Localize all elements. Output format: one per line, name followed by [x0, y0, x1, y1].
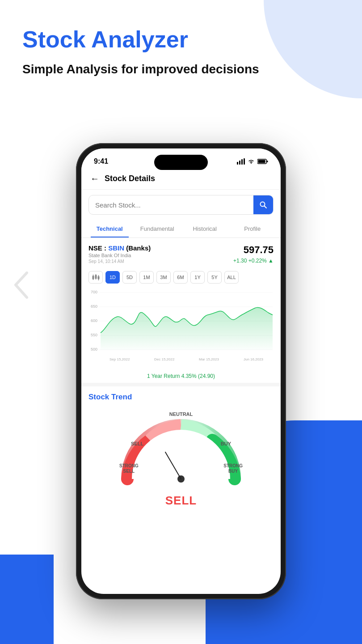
svg-rect-2 — [241, 159, 243, 165]
app-title: Stock Analyzer — [22, 27, 259, 52]
gauge-svg — [118, 419, 244, 488]
neutral-text: NEUTRAL — [169, 411, 193, 417]
period-1d[interactable]: 1D — [105, 271, 120, 284]
svg-text:650: 650 — [91, 304, 97, 309]
tab-historical[interactable]: Historical — [181, 220, 229, 237]
chart-return-text: 1 Year Return 4.35% (24.90) — [85, 370, 277, 383]
svg-text:Jun 16,2023: Jun 16,2023 — [244, 357, 264, 361]
stock-right-info: 597.75 +1.30 +0.22% ▲ — [233, 244, 274, 264]
phone-mockup: 9:41 — [76, 143, 286, 599]
left-nav-arrow[interactable] — [9, 268, 36, 304]
status-time: 9:41 — [94, 157, 108, 165]
stock-company: State Bank Of India — [88, 253, 151, 258]
svg-text:Dec 15,2022: Dec 15,2022 — [154, 357, 175, 361]
svg-rect-0 — [237, 162, 238, 165]
bg-decoration-bottom-left — [0, 555, 54, 644]
stock-chart: 700 650 600 550 500 Sep 15,2022 Dec — [85, 288, 277, 369]
period-buttons: 1D 5D 1M 3M 6M 1Y 5Y ALL — [81, 268, 281, 288]
bg-decoration-top — [264, 0, 362, 98]
stock-date: Sep 14, 10:14 AM — [88, 259, 151, 264]
gauge-container: NEUTRAL SELL BUY STRONGSELL STRONGBUY — [88, 407, 274, 512]
gauge-strong-sell-label: STRONGSELL — [119, 463, 139, 474]
trend-title: Stock Trend — [88, 393, 274, 402]
period-1m[interactable]: 1M — [139, 271, 154, 284]
nav-bar: ← Stock Details — [81, 168, 281, 190]
tab-fundamental[interactable]: Fundamental — [134, 220, 181, 237]
tab-technical[interactable]: Technical — [86, 220, 134, 237]
period-6m[interactable]: 6M — [173, 271, 188, 284]
gauge-neutral-label: NEUTRAL — [169, 411, 193, 417]
search-bar — [88, 195, 274, 215]
gauge-buy-label: BUY — [221, 441, 231, 446]
svg-rect-6 — [258, 160, 265, 163]
period-1y[interactable]: 1Y — [190, 271, 205, 284]
svg-text:Mar 15,2023: Mar 15,2023 — [199, 357, 219, 361]
gauge-sell-label: SELL — [131, 441, 143, 446]
chart-section: 700 650 600 550 500 Sep 15,2022 Dec — [81, 288, 281, 383]
svg-point-4 — [251, 162, 252, 163]
phone-outer-frame: 9:41 — [76, 143, 286, 599]
period-3m[interactable]: 3M — [156, 271, 171, 284]
svg-rect-3 — [244, 158, 245, 165]
stock-category: (Banks) — [126, 244, 151, 252]
dynamic-island — [154, 155, 208, 170]
search-button[interactable] — [253, 195, 273, 215]
page-title: Stock Details — [105, 174, 155, 183]
svg-text:Sep 15,2022: Sep 15,2022 — [109, 357, 130, 361]
app-content: ← Stock Details — [81, 168, 281, 518]
back-button[interactable]: ← — [90, 174, 99, 184]
candlestick-icon — [92, 274, 100, 281]
signal-icon — [237, 158, 245, 165]
phone-inner-screen: 9:41 — [81, 148, 281, 594]
svg-text:550: 550 — [91, 333, 97, 337]
gauge-wrapper: SELL BUY STRONGSELL STRONGBUY — [118, 419, 244, 490]
chart-type-button[interactable] — [88, 271, 103, 284]
svg-text:700: 700 — [91, 290, 97, 294]
svg-text:600: 600 — [91, 318, 97, 323]
gauge-strong-buy-label: STRONGBUY — [223, 463, 243, 474]
header-section: Stock Analyzer Simple Analysis for impro… — [22, 27, 259, 78]
svg-rect-10 — [93, 276, 94, 279]
search-section — [81, 190, 281, 220]
period-5d[interactable]: 5D — [122, 271, 137, 284]
svg-text:500: 500 — [91, 347, 97, 352]
search-input[interactable] — [89, 201, 253, 209]
tab-profile[interactable]: Profile — [229, 220, 277, 237]
svg-rect-13 — [95, 275, 97, 279]
stock-left-info: NSE : SBIN (Banks) State Bank Of India S… — [88, 244, 151, 264]
gauge-result: SELL — [165, 494, 197, 508]
tabs-section: Technical Fundamental Historical Profile — [81, 220, 281, 238]
period-all[interactable]: ALL — [224, 271, 239, 284]
wifi-icon — [248, 159, 255, 164]
period-5y[interactable]: 5Y — [207, 271, 222, 284]
search-icon — [259, 201, 267, 209]
stock-change: +1.30 +0.22% ▲ — [233, 258, 274, 264]
battery-icon — [257, 159, 268, 164]
stock-exchange-ticker: NSE : SBIN (Banks) — [88, 244, 151, 252]
trend-section: Stock Trend NEUTRAL SELL BUY STRON — [81, 383, 281, 518]
stock-ticker: SBIN — [108, 244, 124, 252]
app-subtitle: Simple Analysis for improved decisions — [22, 61, 259, 77]
svg-rect-7 — [267, 161, 268, 162]
svg-line-9 — [265, 206, 267, 208]
svg-rect-1 — [239, 161, 240, 165]
svg-rect-16 — [98, 276, 99, 279]
stock-info: NSE : SBIN (Banks) State Bank Of India S… — [81, 238, 281, 268]
status-icons — [237, 158, 268, 165]
stock-price: 597.75 — [233, 244, 274, 256]
